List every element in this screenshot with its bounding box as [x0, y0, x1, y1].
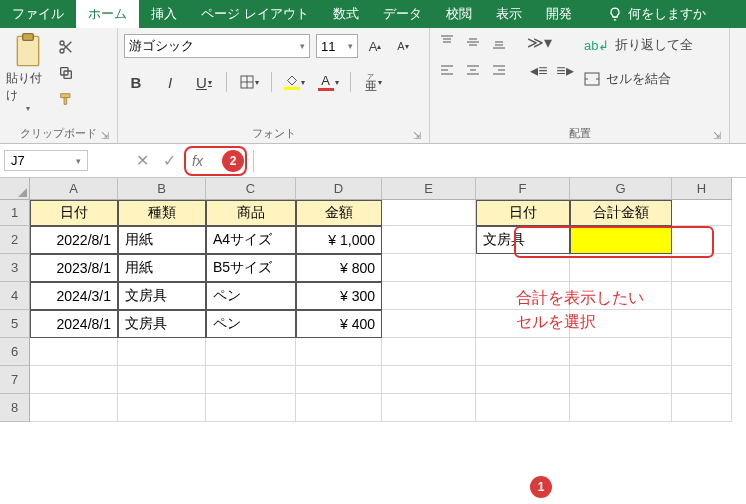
fill-color-button[interactable]	[282, 70, 306, 94]
cell-A4[interactable]: 2024/3/1	[30, 282, 118, 310]
cell-E6[interactable]	[382, 338, 476, 366]
cell-H2[interactable]	[672, 226, 732, 254]
align-left-button[interactable]	[436, 60, 458, 80]
format-painter-button[interactable]	[54, 88, 78, 110]
cell-D2[interactable]: ¥ 1,000	[296, 226, 382, 254]
name-box[interactable]: J7▾	[4, 150, 88, 171]
clipboard-launcher[interactable]: ⇲	[101, 130, 109, 141]
col-header-G[interactable]: G	[570, 178, 672, 200]
col-header-A[interactable]: A	[30, 178, 118, 200]
enter-formula-button[interactable]: ✓	[163, 151, 176, 170]
cell-G1[interactable]: 合計金額	[570, 200, 672, 226]
wrap-text-button[interactable]: ab↲折り返して全	[584, 32, 693, 58]
col-header-D[interactable]: D	[296, 178, 382, 200]
cell-C7[interactable]	[206, 366, 296, 394]
formula-bar-ext[interactable]	[253, 150, 746, 172]
cell-A8[interactable]	[30, 394, 118, 422]
cell-H7[interactable]	[672, 366, 732, 394]
cell-H1[interactable]	[672, 200, 732, 226]
cell-D8[interactable]	[296, 394, 382, 422]
cell-G8[interactable]	[570, 394, 672, 422]
increase-font-button[interactable]: A▴	[364, 35, 386, 57]
font-size-combo[interactable]: 11▾	[316, 34, 358, 58]
cell-D5[interactable]: ¥ 400	[296, 310, 382, 338]
cell-B4[interactable]: 文房具	[118, 282, 206, 310]
cell-C3[interactable]: B5サイズ	[206, 254, 296, 282]
cell-H3[interactable]	[672, 254, 732, 282]
cell-D1[interactable]: 金額	[296, 200, 382, 226]
tab-formulas[interactable]: 数式	[321, 0, 371, 28]
cell-D7[interactable]	[296, 366, 382, 394]
insert-function-button[interactable]: fx	[192, 153, 203, 169]
cell-A3[interactable]: 2023/8/1	[30, 254, 118, 282]
cell-H4[interactable]	[672, 282, 732, 310]
cell-C8[interactable]	[206, 394, 296, 422]
row-header-6[interactable]: 6	[0, 338, 30, 366]
cell-B2[interactable]: 用紙	[118, 226, 206, 254]
decrease-indent-button[interactable]: ◂≡	[528, 60, 550, 80]
cell-F2[interactable]: 文房具	[476, 226, 570, 254]
cell-B1[interactable]: 種類	[118, 200, 206, 226]
cell-F3[interactable]	[476, 254, 570, 282]
tab-insert[interactable]: 挿入	[139, 0, 189, 28]
cell-E3[interactable]	[382, 254, 476, 282]
font-name-combo[interactable]: 游ゴシック▾	[124, 34, 310, 58]
align-center-button[interactable]	[462, 60, 484, 80]
paste-button[interactable]: 貼り付け ▾	[6, 32, 50, 113]
col-header-F[interactable]: F	[476, 178, 570, 200]
cell-F8[interactable]	[476, 394, 570, 422]
cell-E1[interactable]	[382, 200, 476, 226]
cell-A2[interactable]: 2022/8/1	[30, 226, 118, 254]
row-header-3[interactable]: 3	[0, 254, 30, 282]
tab-review[interactable]: 校閲	[434, 0, 484, 28]
align-middle-button[interactable]	[462, 32, 484, 52]
merge-cells-button[interactable]: セルを結合	[584, 66, 693, 92]
cell-B7[interactable]	[118, 366, 206, 394]
tab-developer[interactable]: 開発	[534, 0, 584, 28]
col-header-B[interactable]: B	[118, 178, 206, 200]
cell-F6[interactable]	[476, 338, 570, 366]
align-bottom-button[interactable]	[488, 32, 510, 52]
cell-C2[interactable]: A4サイズ	[206, 226, 296, 254]
cell-C4[interactable]: ペン	[206, 282, 296, 310]
decrease-font-button[interactable]: A▾	[392, 35, 414, 57]
cell-D3[interactable]: ¥ 800	[296, 254, 382, 282]
tab-home[interactable]: ホーム	[76, 0, 139, 28]
cut-button[interactable]	[54, 36, 78, 58]
borders-button[interactable]	[237, 70, 261, 94]
tab-file[interactable]: ファイル	[0, 0, 76, 28]
underline-button[interactable]: U	[192, 70, 216, 94]
cell-H5[interactable]	[672, 310, 732, 338]
cell-A7[interactable]	[30, 366, 118, 394]
cell-D4[interactable]: ¥ 300	[296, 282, 382, 310]
col-header-H[interactable]: H	[672, 178, 732, 200]
orientation-button[interactable]: ≫▾	[528, 32, 550, 52]
cancel-formula-button[interactable]: ✕	[136, 151, 149, 170]
col-header-E[interactable]: E	[382, 178, 476, 200]
col-header-C[interactable]: C	[206, 178, 296, 200]
row-header-7[interactable]: 7	[0, 366, 30, 394]
increase-indent-button[interactable]: ≡▸	[554, 60, 576, 80]
tab-data[interactable]: データ	[371, 0, 434, 28]
row-header-4[interactable]: 4	[0, 282, 30, 310]
cell-A6[interactable]	[30, 338, 118, 366]
cell-G2[interactable]	[570, 226, 672, 254]
cell-E7[interactable]	[382, 366, 476, 394]
row-header-8[interactable]: 8	[0, 394, 30, 422]
cell-E2[interactable]	[382, 226, 476, 254]
cell-H8[interactable]	[672, 394, 732, 422]
cell-B8[interactable]	[118, 394, 206, 422]
cell-F1[interactable]: 日付	[476, 200, 570, 226]
font-launcher[interactable]: ⇲	[413, 130, 421, 141]
cell-G6[interactable]	[570, 338, 672, 366]
cell-C5[interactable]: ペン	[206, 310, 296, 338]
phonetic-button[interactable]: ア亜	[361, 70, 385, 94]
alignment-launcher[interactable]: ⇲	[713, 130, 721, 141]
cell-B5[interactable]: 文房具	[118, 310, 206, 338]
cell-B3[interactable]: 用紙	[118, 254, 206, 282]
cell-E4[interactable]	[382, 282, 476, 310]
tab-page-layout[interactable]: ページ レイアウト	[189, 0, 321, 28]
tell-me[interactable]: 何をしますか	[596, 0, 718, 28]
cell-G3[interactable]	[570, 254, 672, 282]
cell-C1[interactable]: 商品	[206, 200, 296, 226]
